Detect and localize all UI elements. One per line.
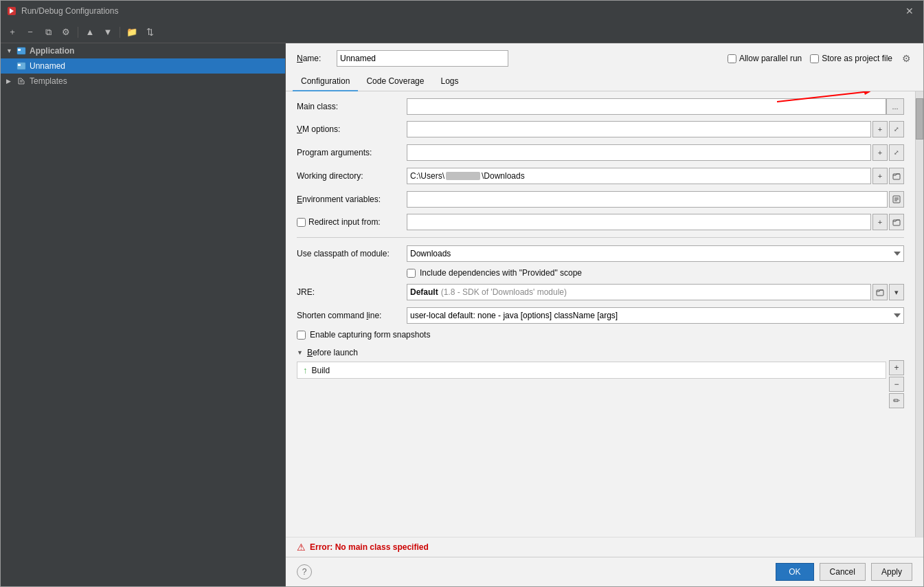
before-launch-section: ▼ Before launch ↑ Build +: [297, 345, 904, 408]
env-vars-input-group: [407, 191, 904, 208]
cancel-button[interactable]: Cancel: [820, 563, 866, 581]
before-launch-remove-button[interactable]: −: [889, 377, 904, 392]
redirect-input-row: Redirect input from: +: [297, 214, 904, 230]
move-down-button[interactable]: ▼: [100, 25, 115, 40]
working-dir-add-button[interactable]: +: [872, 168, 888, 184]
folder-button[interactable]: 📁: [124, 25, 139, 40]
vm-options-input-group: + ⤢: [407, 121, 904, 137]
sort-button[interactable]: ⇅: [142, 25, 157, 40]
classpath-label: Use classpath of module:: [297, 249, 407, 258]
vm-options-add-button[interactable]: +: [872, 121, 888, 137]
main-class-browse-button[interactable]: ...: [886, 98, 904, 115]
tab-logs[interactable]: Logs: [432, 72, 466, 91]
vm-options-input[interactable]: [407, 121, 871, 137]
vm-options-expand-button[interactable]: ⤢: [889, 121, 904, 137]
toolbar: + − ⧉ ⚙ ▲ ▼ 📁 ⇅: [1, 21, 923, 43]
svg-marker-9: [863, 91, 873, 95]
before-launch-header[interactable]: ▼ Before launch: [297, 345, 904, 360]
before-launch-list: ↑ Build: [297, 360, 886, 408]
name-row: Name: Allow parallel run Store as projec…: [286, 43, 923, 72]
jre-row: JRE: Default (1.8 - SDK of 'Downloads' m…: [297, 283, 904, 301]
env-vars-row: Environment variables:: [297, 190, 904, 208]
bottom-buttons: ? OK Cancel Apply: [286, 557, 923, 586]
gear-button[interactable]: ⚙: [901, 52, 912, 65]
svg-rect-15: [893, 220, 900, 225]
run-debug-dialog: Run/Debug Configurations ✕ + − ⧉ ⚙ ▲ ▼ 📁…: [0, 0, 924, 587]
working-dir-browse-button[interactable]: [889, 168, 904, 184]
main-class-input[interactable]: [407, 98, 886, 115]
enable-snapshots-checkbox[interactable]: [297, 331, 306, 340]
svg-rect-3: [18, 49, 21, 51]
tab-code-coverage[interactable]: Code Coverage: [358, 72, 432, 91]
ok-button[interactable]: OK: [776, 563, 813, 581]
redirect-input-label: Redirect input from:: [308, 217, 381, 227]
redirect-input-group: +: [407, 214, 904, 230]
move-up-button[interactable]: ▲: [82, 25, 98, 40]
build-item[interactable]: ↑ Build: [297, 362, 886, 379]
tree-item-unnamed[interactable]: ▶ Unnamed: [1, 58, 285, 74]
copy-config-button[interactable]: ⧉: [41, 25, 56, 40]
main-class-input-wrap: ...: [407, 98, 904, 115]
store-project-checkbox[interactable]: [810, 54, 819, 63]
config-scroll-container: Main class: ... VM o: [286, 91, 923, 537]
redirect-checkbox-wrap: Redirect input from:: [297, 217, 407, 227]
env-vars-input[interactable]: [407, 191, 888, 208]
shorten-cmd-label: Shorten command line:: [297, 311, 407, 320]
templates-label: Templates: [30, 76, 67, 86]
unnamed-label: Unnamed: [30, 61, 65, 71]
apply-button[interactable]: Apply: [871, 563, 912, 581]
help-button[interactable]: ?: [297, 564, 312, 579]
section-divider-1: [297, 237, 904, 238]
add-config-button[interactable]: +: [5, 25, 20, 40]
program-args-input-group: + ⤢: [407, 144, 904, 161]
name-input[interactable]: [337, 50, 508, 67]
classpath-select[interactable]: Downloads: [407, 245, 904, 262]
allow-parallel-label: Allow parallel run: [739, 54, 802, 63]
program-args-add-button[interactable]: +: [872, 144, 888, 161]
working-dir-input-group: C:\Users\ \Downloads +: [407, 168, 904, 184]
shorten-cmd-row: Shorten command line: user-local default…: [297, 307, 904, 324]
svg-rect-5: [18, 64, 21, 66]
before-launch-edit-button[interactable]: ✏: [889, 393, 904, 408]
svg-rect-16: [877, 290, 883, 296]
working-dir-prefix: C:\Users\: [410, 171, 444, 181]
redirect-browse-button[interactable]: [889, 214, 904, 230]
remove-config-button[interactable]: −: [23, 25, 38, 40]
tree-item-templates[interactable]: ▶ Templates: [1, 74, 285, 89]
scrollbar-thumb[interactable]: [916, 98, 923, 140]
settings-config-button[interactable]: ⚙: [58, 25, 74, 40]
vm-options-label: VM options:: [297, 124, 407, 134]
redirect-input-checkbox[interactable]: [297, 218, 306, 227]
vm-options-row: VM options: + ⤢: [297, 120, 904, 138]
vertical-scrollbar[interactable]: [915, 91, 923, 537]
jre-browse-button[interactable]: [872, 284, 888, 300]
left-panel: ▼ Application ▶ Unnamed: [1, 43, 286, 586]
unnamed-arrow: ▶: [6, 63, 14, 69]
close-button[interactable]: ✕: [901, 4, 918, 18]
program-args-expand-button[interactable]: ⤢: [889, 144, 904, 161]
allow-parallel-checkbox-row: Allow parallel run: [728, 54, 802, 63]
error-status-bar: ⚠ Error: No main class specified: [286, 537, 923, 557]
redirect-add-button[interactable]: +: [872, 214, 888, 230]
working-dir-value[interactable]: C:\Users\ \Downloads: [407, 168, 871, 184]
program-args-input[interactable]: [407, 144, 871, 161]
include-dependencies-row: Include dependencies with "Provided" sco…: [297, 268, 904, 278]
templates-icon: [16, 76, 27, 87]
tab-configuration[interactable]: Configuration: [293, 72, 358, 91]
redirect-input-field[interactable]: [407, 214, 871, 230]
env-vars-edit-button[interactable]: [889, 191, 904, 208]
jre-dropdown-button[interactable]: ▾: [889, 284, 904, 300]
error-text: Error: No main class specified: [310, 542, 429, 552]
shorten-cmd-select[interactable]: user-local default: none - java [options…: [407, 307, 904, 324]
jre-label: JRE:: [297, 287, 407, 297]
include-dependencies-checkbox[interactable]: [407, 269, 416, 278]
shorten-cmd-input-group: user-local default: none - java [options…: [407, 307, 904, 324]
working-dir-suffix: \Downloads: [482, 171, 525, 181]
before-launch-add-button[interactable]: +: [889, 360, 904, 375]
build-label: Build: [312, 366, 330, 375]
jre-detail-text: (1.8 - SDK of 'Downloads' module): [441, 287, 567, 297]
jre-field[interactable]: Default (1.8 - SDK of 'Downloads' module…: [407, 284, 871, 300]
application-label: Application: [30, 46, 74, 56]
allow-parallel-checkbox[interactable]: [728, 54, 736, 63]
tree-item-application[interactable]: ▼ Application: [1, 43, 285, 58]
